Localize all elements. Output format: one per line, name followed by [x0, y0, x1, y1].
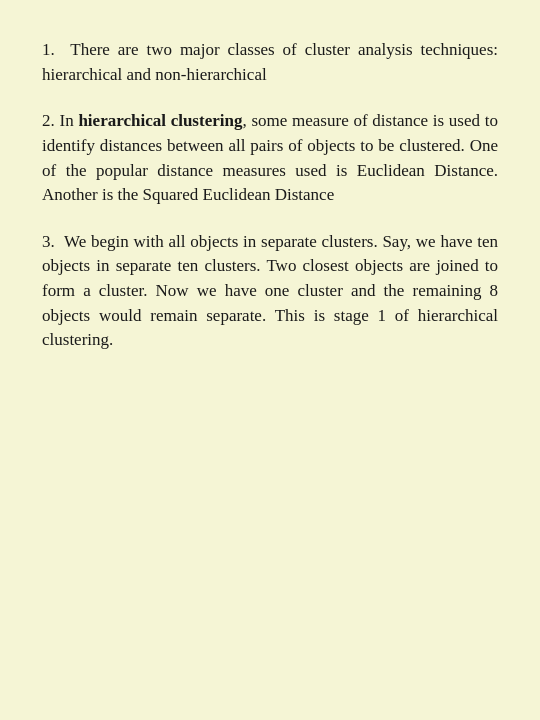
- bold-hierarchical-clustering: hierarchical clustering: [78, 111, 242, 130]
- paragraph-3: 3. We begin with all objects in separate…: [42, 230, 498, 353]
- main-content: 1. There are two major classes of cluste…: [0, 0, 540, 391]
- paragraph-1: 1. There are two major classes of cluste…: [42, 38, 498, 87]
- paragraph-2: 2. In hierarchical clustering, some meas…: [42, 109, 498, 208]
